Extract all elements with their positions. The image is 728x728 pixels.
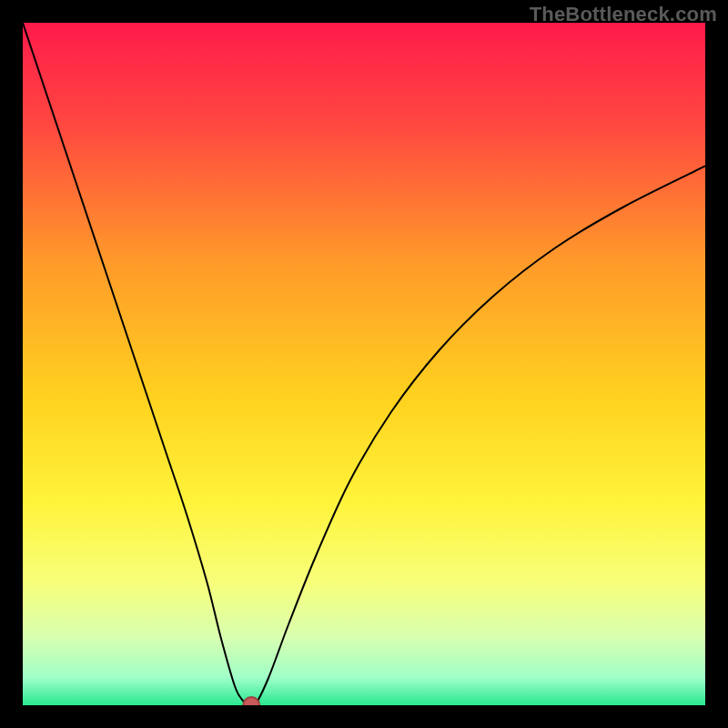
- bottleneck-chart: [23, 23, 705, 705]
- optimum-marker: [243, 697, 259, 705]
- watermark-text: TheBottleneck.com: [530, 3, 717, 26]
- chart-frame: TheBottleneck.com: [0, 0, 728, 728]
- chart-background: [23, 23, 705, 705]
